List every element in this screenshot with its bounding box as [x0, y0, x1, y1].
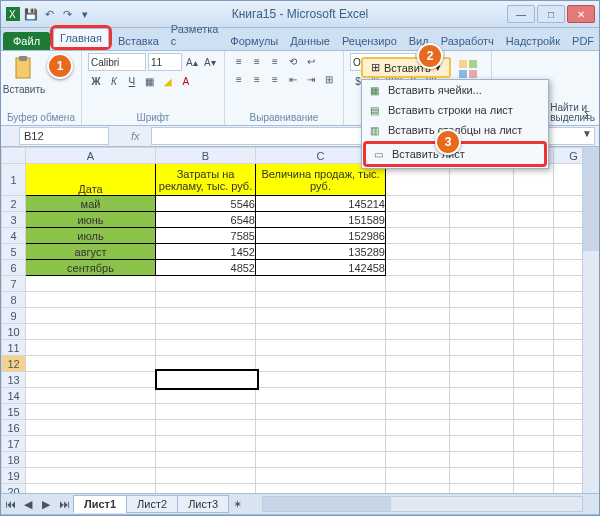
file-tab[interactable]: Файл: [3, 32, 50, 50]
row-header[interactable]: 13: [2, 372, 26, 388]
align-left-icon[interactable]: ≡: [231, 71, 247, 87]
vscroll-thumb[interactable]: [583, 147, 599, 251]
tab-data[interactable]: Данные: [284, 32, 336, 50]
row-header[interactable]: 7: [2, 276, 26, 292]
fx-icon[interactable]: fx: [131, 130, 147, 142]
cell[interactable]: 152986: [256, 228, 386, 244]
cell[interactable]: сентябрь: [26, 260, 156, 276]
row-header[interactable]: 5: [2, 244, 26, 260]
row-header[interactable]: 14: [2, 388, 26, 404]
row-header[interactable]: 2: [2, 196, 26, 212]
cell[interactable]: 145214: [256, 196, 386, 212]
paste-button[interactable]: Вставить: [7, 53, 41, 97]
cell[interactable]: август: [26, 244, 156, 260]
sheet-nav-next-icon[interactable]: ▶: [38, 496, 54, 512]
font-name-select[interactable]: Calibri: [88, 53, 146, 71]
tab-pdf[interactable]: PDF: [566, 32, 600, 50]
cell[interactable]: 142458: [256, 260, 386, 276]
orientation-icon[interactable]: ⟲: [285, 53, 301, 69]
grow-font-icon[interactable]: A▴: [184, 54, 200, 70]
wrap-text-icon[interactable]: ↩: [303, 53, 319, 69]
align-right-icon[interactable]: ≡: [267, 71, 283, 87]
vertical-scrollbar[interactable]: [582, 147, 599, 493]
align-bottom-icon[interactable]: ≡: [267, 53, 283, 69]
align-top-icon[interactable]: ≡: [231, 53, 247, 69]
tab-addins[interactable]: Надстройк: [500, 32, 566, 50]
minimize-button[interactable]: —: [507, 5, 535, 23]
worksheet-grid[interactable]: A B C D E F G 1 Дата Затраты на рекламу,…: [1, 147, 594, 493]
cell[interactable]: Дата: [26, 164, 156, 196]
name-box[interactable]: B12: [19, 127, 109, 145]
row-header[interactable]: 4: [2, 228, 26, 244]
rows-icon: ▤: [367, 103, 381, 117]
tab-formulas[interactable]: Формулы: [224, 32, 284, 50]
tab-review[interactable]: Рецензиро: [336, 32, 403, 50]
cell[interactable]: Затраты на рекламу, тыс. руб.: [156, 164, 256, 196]
row-header[interactable]: 8: [2, 292, 26, 308]
cell[interactable]: 7585: [156, 228, 256, 244]
row-header[interactable]: 15: [2, 404, 26, 420]
col-header-A[interactable]: A: [26, 148, 156, 164]
undo-icon[interactable]: ↶: [41, 6, 57, 22]
redo-icon[interactable]: ↷: [59, 6, 75, 22]
indent-inc-icon[interactable]: ⇥: [303, 71, 319, 87]
tab-home[interactable]: Главная: [53, 28, 109, 47]
row-header-selected[interactable]: 12: [2, 356, 26, 372]
maximize-button[interactable]: □: [537, 5, 565, 23]
cell[interactable]: 5546: [156, 196, 256, 212]
cell[interactable]: 4852: [156, 260, 256, 276]
tab-developer[interactable]: Разработч: [435, 32, 500, 50]
cell[interactable]: 1452: [156, 244, 256, 260]
border-icon[interactable]: ▦: [142, 73, 158, 89]
merge-icon[interactable]: ⊞: [321, 71, 337, 87]
close-button[interactable]: ✕: [567, 5, 595, 23]
cell[interactable]: май: [26, 196, 156, 212]
insert-cells-item[interactable]: ▦Вставить ячейки...: [362, 80, 548, 100]
tab-pagelayout[interactable]: Разметка с: [165, 20, 225, 50]
cell[interactable]: 6548: [156, 212, 256, 228]
sheet-nav-last-icon[interactable]: ⏭: [56, 496, 72, 512]
row-header[interactable]: 11: [2, 340, 26, 356]
row-header[interactable]: 17: [2, 436, 26, 452]
horizontal-scrollbar[interactable]: [262, 496, 583, 512]
row-header[interactable]: 10: [2, 324, 26, 340]
shrink-font-icon[interactable]: A▾: [202, 54, 218, 70]
row-header[interactable]: 6: [2, 260, 26, 276]
font-size-select[interactable]: 11: [148, 53, 182, 71]
sheet-tab-3[interactable]: Лист3: [177, 495, 229, 513]
align-middle-icon[interactable]: ≡: [249, 53, 265, 69]
save-icon[interactable]: 💾: [23, 6, 39, 22]
select-all-corner[interactable]: [2, 148, 26, 164]
bold-icon[interactable]: Ж: [88, 73, 104, 89]
row-header[interactable]: 18: [2, 452, 26, 468]
sheet-tab-2[interactable]: Лист2: [126, 495, 178, 513]
fill-icon[interactable]: ▼: [579, 125, 595, 141]
italic-icon[interactable]: К: [106, 73, 122, 89]
cell[interactable]: 151589: [256, 212, 386, 228]
qat-more-icon[interactable]: ▾: [77, 6, 93, 22]
align-center-icon[interactable]: ≡: [249, 71, 265, 87]
sheet-nav-prev-icon[interactable]: ◀: [20, 496, 36, 512]
tab-insert[interactable]: Вставка: [112, 32, 165, 50]
paste-icon: [13, 56, 35, 82]
indent-dec-icon[interactable]: ⇤: [285, 71, 301, 87]
underline-icon[interactable]: Ч: [124, 73, 140, 89]
row-header[interactable]: 1: [2, 164, 26, 196]
font-color-icon[interactable]: A: [178, 73, 194, 89]
row-header[interactable]: 9: [2, 308, 26, 324]
insert-rows-item[interactable]: ▤Вставить строки на лист: [362, 100, 548, 120]
hscroll-thumb[interactable]: [263, 497, 391, 511]
row-header[interactable]: 16: [2, 420, 26, 436]
row-header[interactable]: 20: [2, 484, 26, 494]
sheet-tab-1[interactable]: Лист1: [73, 495, 127, 513]
row-header[interactable]: 19: [2, 468, 26, 484]
col-header-B[interactable]: B: [156, 148, 256, 164]
row-header[interactable]: 3: [2, 212, 26, 228]
tab-highlight: Главная: [50, 25, 112, 50]
cell[interactable]: июнь: [26, 212, 156, 228]
cell[interactable]: июль: [26, 228, 156, 244]
cell[interactable]: 135289: [256, 244, 386, 260]
new-sheet-icon[interactable]: ✶: [229, 496, 245, 512]
sheet-nav-first-icon[interactable]: ⏮: [2, 496, 18, 512]
fill-color-icon[interactable]: ◢: [160, 73, 176, 89]
